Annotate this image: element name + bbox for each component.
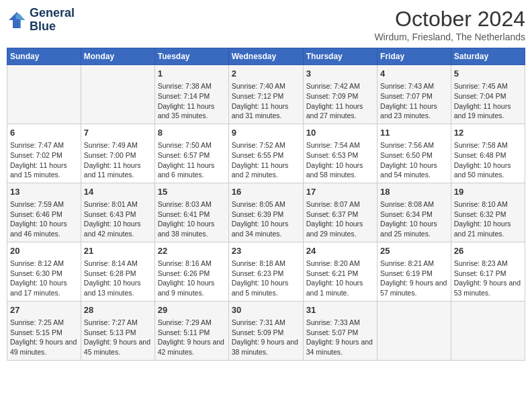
day-number: 17 bbox=[306, 186, 374, 198]
day-number: 28 bbox=[84, 304, 152, 316]
cell-content: Sunrise: 8:16 AM Sunset: 6:26 PM Dayligh… bbox=[158, 259, 226, 298]
calendar-cell bbox=[378, 301, 451, 360]
cell-content: Sunrise: 8:18 AM Sunset: 6:23 PM Dayligh… bbox=[232, 259, 300, 298]
cell-content: Sunrise: 7:27 AM Sunset: 5:13 PM Dayligh… bbox=[84, 318, 152, 357]
day-number: 25 bbox=[380, 245, 448, 257]
logo: General Blue bbox=[7, 7, 75, 34]
calendar-cell: 28Sunrise: 7:27 AM Sunset: 5:13 PM Dayli… bbox=[81, 301, 154, 360]
calendar-cell: 2Sunrise: 7:40 AM Sunset: 7:12 PM Daylig… bbox=[228, 65, 303, 124]
cell-content: Sunrise: 8:08 AM Sunset: 6:34 PM Dayligh… bbox=[380, 199, 448, 239]
calendar-cell: 29Sunrise: 7:29 AM Sunset: 5:11 PM Dayli… bbox=[154, 301, 228, 360]
day-number: 9 bbox=[232, 127, 300, 139]
cell-content: Sunrise: 7:58 AM Sunset: 6:48 PM Dayligh… bbox=[454, 140, 522, 180]
cell-content: Sunrise: 8:21 AM Sunset: 6:19 PM Dayligh… bbox=[380, 259, 448, 298]
cell-content: Sunrise: 7:43 AM Sunset: 7:07 PM Dayligh… bbox=[380, 81, 448, 121]
header-cell-sunday: Sunday bbox=[7, 48, 81, 65]
day-number: 31 bbox=[306, 304, 374, 316]
cell-content: Sunrise: 7:47 AM Sunset: 7:02 PM Dayligh… bbox=[10, 140, 78, 180]
day-number: 11 bbox=[380, 127, 448, 139]
day-number: 20 bbox=[10, 245, 78, 257]
calendar-cell: 9Sunrise: 7:52 AM Sunset: 6:55 PM Daylig… bbox=[228, 124, 303, 183]
week-row-5: 27Sunrise: 7:25 AM Sunset: 5:15 PM Dayli… bbox=[7, 301, 525, 360]
header-cell-wednesday: Wednesday bbox=[228, 48, 303, 65]
day-number: 24 bbox=[306, 245, 374, 257]
day-number: 22 bbox=[158, 245, 226, 257]
day-number: 29 bbox=[158, 304, 226, 316]
calendar-cell: 16Sunrise: 8:05 AM Sunset: 6:39 PM Dayli… bbox=[228, 183, 303, 242]
day-number: 23 bbox=[232, 245, 300, 257]
calendar-cell: 8Sunrise: 7:50 AM Sunset: 6:57 PM Daylig… bbox=[154, 124, 228, 183]
calendar-cell: 27Sunrise: 7:25 AM Sunset: 5:15 PM Dayli… bbox=[7, 301, 81, 360]
cell-content: Sunrise: 7:45 AM Sunset: 7:04 PM Dayligh… bbox=[454, 81, 522, 121]
day-number: 3 bbox=[306, 68, 374, 80]
header-cell-tuesday: Tuesday bbox=[154, 48, 228, 65]
location-subtitle: Wirdum, Friesland, The Netherlands bbox=[374, 32, 525, 42]
day-number: 8 bbox=[158, 127, 226, 139]
calendar-cell: 15Sunrise: 8:03 AM Sunset: 6:41 PM Dayli… bbox=[154, 183, 228, 242]
cell-content: Sunrise: 8:05 AM Sunset: 6:39 PM Dayligh… bbox=[232, 199, 300, 239]
calendar-cell: 7Sunrise: 7:49 AM Sunset: 7:00 PM Daylig… bbox=[81, 124, 154, 183]
cell-content: Sunrise: 8:12 AM Sunset: 6:30 PM Dayligh… bbox=[10, 259, 78, 298]
day-number: 12 bbox=[454, 127, 522, 139]
title-block: October 2024 Wirdum, Friesland, The Neth… bbox=[374, 7, 525, 42]
calendar-cell: 6Sunrise: 7:47 AM Sunset: 7:02 PM Daylig… bbox=[7, 124, 81, 183]
calendar-cell: 26Sunrise: 8:23 AM Sunset: 6:17 PM Dayli… bbox=[451, 242, 525, 301]
calendar-cell: 18Sunrise: 8:08 AM Sunset: 6:34 PM Dayli… bbox=[378, 183, 451, 242]
day-number: 21 bbox=[84, 245, 152, 257]
day-number: 19 bbox=[454, 186, 522, 198]
header-row: SundayMondayTuesdayWednesdayThursdayFrid… bbox=[7, 48, 525, 65]
calendar-cell: 5Sunrise: 7:45 AM Sunset: 7:04 PM Daylig… bbox=[451, 65, 525, 124]
cell-content: Sunrise: 8:20 AM Sunset: 6:21 PM Dayligh… bbox=[306, 259, 374, 298]
calendar-cell: 23Sunrise: 8:18 AM Sunset: 6:23 PM Dayli… bbox=[228, 242, 303, 301]
week-row-2: 6Sunrise: 7:47 AM Sunset: 7:02 PM Daylig… bbox=[7, 124, 525, 183]
day-number: 15 bbox=[158, 186, 226, 198]
day-number: 6 bbox=[10, 127, 78, 139]
calendar-cell: 1Sunrise: 7:38 AM Sunset: 7:14 PM Daylig… bbox=[154, 65, 228, 124]
calendar-cell: 20Sunrise: 8:12 AM Sunset: 6:30 PM Dayli… bbox=[7, 242, 81, 301]
week-row-3: 13Sunrise: 7:59 AM Sunset: 6:46 PM Dayli… bbox=[7, 183, 525, 242]
calendar-cell: 31Sunrise: 7:33 AM Sunset: 5:07 PM Dayli… bbox=[303, 301, 377, 360]
cell-content: Sunrise: 7:38 AM Sunset: 7:14 PM Dayligh… bbox=[158, 81, 226, 121]
cell-content: Sunrise: 8:07 AM Sunset: 6:37 PM Dayligh… bbox=[306, 199, 374, 239]
calendar-header: SundayMondayTuesdayWednesdayThursdayFrid… bbox=[7, 48, 525, 65]
day-number: 26 bbox=[454, 245, 522, 257]
cell-content: Sunrise: 7:33 AM Sunset: 5:07 PM Dayligh… bbox=[306, 318, 374, 357]
day-number: 18 bbox=[380, 186, 448, 198]
day-number: 16 bbox=[232, 186, 300, 198]
calendar-cell: 14Sunrise: 8:01 AM Sunset: 6:43 PM Dayli… bbox=[81, 183, 154, 242]
header-cell-friday: Friday bbox=[378, 48, 451, 65]
calendar-body: 1Sunrise: 7:38 AM Sunset: 7:14 PM Daylig… bbox=[7, 65, 525, 361]
calendar-cell: 22Sunrise: 8:16 AM Sunset: 6:26 PM Dayli… bbox=[154, 242, 228, 301]
week-row-1: 1Sunrise: 7:38 AM Sunset: 7:14 PM Daylig… bbox=[7, 65, 525, 124]
calendar-table: SundayMondayTuesdayWednesdayThursdayFrid… bbox=[7, 48, 525, 361]
calendar-cell: 12Sunrise: 7:58 AM Sunset: 6:48 PM Dayli… bbox=[451, 124, 525, 183]
week-row-4: 20Sunrise: 8:12 AM Sunset: 6:30 PM Dayli… bbox=[7, 242, 525, 301]
calendar-cell bbox=[81, 65, 154, 124]
logo-icon bbox=[7, 10, 27, 30]
header-cell-thursday: Thursday bbox=[303, 48, 377, 65]
calendar-cell: 25Sunrise: 8:21 AM Sunset: 6:19 PM Dayli… bbox=[378, 242, 451, 301]
calendar-cell: 30Sunrise: 7:31 AM Sunset: 5:09 PM Dayli… bbox=[228, 301, 303, 360]
cell-content: Sunrise: 7:56 AM Sunset: 6:50 PM Dayligh… bbox=[380, 140, 448, 180]
calendar-cell bbox=[451, 301, 525, 360]
cell-content: Sunrise: 7:25 AM Sunset: 5:15 PM Dayligh… bbox=[10, 318, 78, 357]
day-number: 7 bbox=[84, 127, 152, 139]
cell-content: Sunrise: 7:40 AM Sunset: 7:12 PM Dayligh… bbox=[232, 81, 300, 121]
day-number: 30 bbox=[232, 304, 300, 316]
day-number: 5 bbox=[454, 68, 522, 80]
day-number: 2 bbox=[232, 68, 300, 80]
calendar-cell: 13Sunrise: 7:59 AM Sunset: 6:46 PM Dayli… bbox=[7, 183, 81, 242]
calendar-cell: 17Sunrise: 8:07 AM Sunset: 6:37 PM Dayli… bbox=[303, 183, 377, 242]
day-number: 14 bbox=[84, 186, 152, 198]
header-cell-saturday: Saturday bbox=[451, 48, 525, 65]
calendar-cell: 11Sunrise: 7:56 AM Sunset: 6:50 PM Dayli… bbox=[378, 124, 451, 183]
cell-content: Sunrise: 7:54 AM Sunset: 6:53 PM Dayligh… bbox=[306, 140, 374, 180]
calendar-cell: 19Sunrise: 8:10 AM Sunset: 6:32 PM Dayli… bbox=[451, 183, 525, 242]
logo-text: General Blue bbox=[30, 7, 75, 34]
cell-content: Sunrise: 7:42 AM Sunset: 7:09 PM Dayligh… bbox=[306, 81, 374, 121]
day-number: 1 bbox=[158, 68, 226, 80]
day-number: 13 bbox=[10, 186, 78, 198]
calendar-cell bbox=[7, 65, 81, 124]
calendar-cell: 10Sunrise: 7:54 AM Sunset: 6:53 PM Dayli… bbox=[303, 124, 377, 183]
cell-content: Sunrise: 8:14 AM Sunset: 6:28 PM Dayligh… bbox=[84, 259, 152, 298]
